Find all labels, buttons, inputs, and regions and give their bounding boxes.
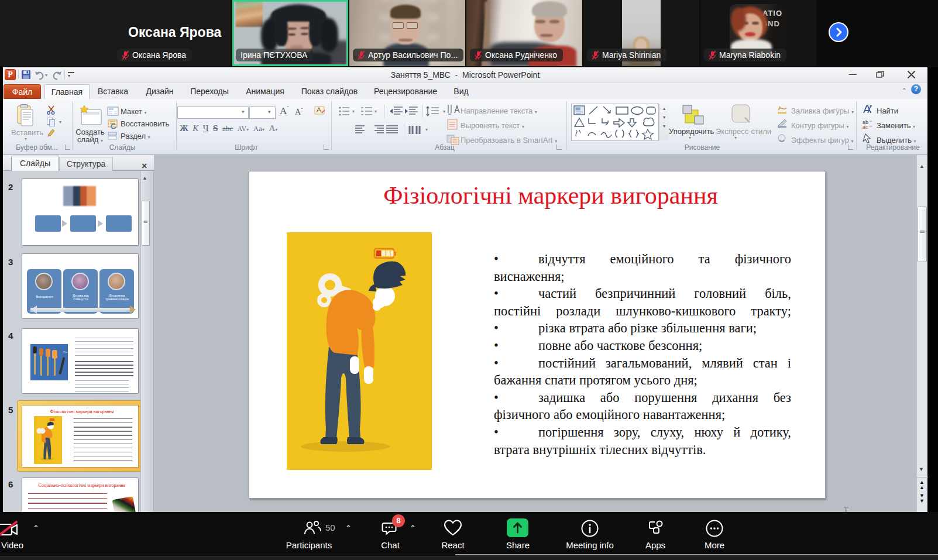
svg-text:ac: ac xyxy=(863,124,868,129)
